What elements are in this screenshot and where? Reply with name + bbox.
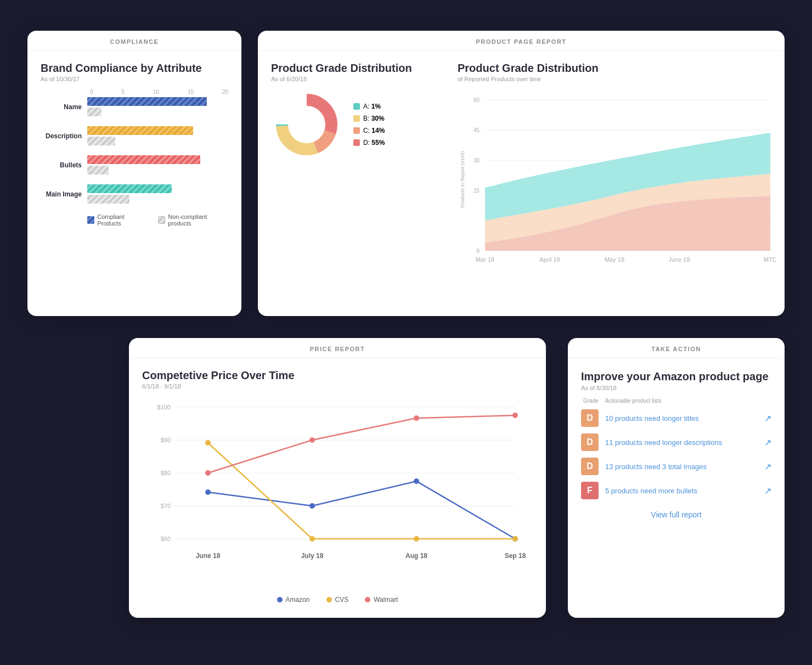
- compliance-header: COMPLIANCE: [27, 31, 241, 51]
- svg-point-41: [414, 415, 419, 421]
- legend-compliant-label: Compliant Products: [97, 213, 147, 227]
- svg-text:MTD: MTD: [764, 256, 776, 263]
- donut-chart: A: 1% B: 30% C: 14% D: 55%: [271, 89, 447, 160]
- legend-b-label: B: 30%: [363, 115, 385, 122]
- action-text-2[interactable]: 13 products need 3 total images: [605, 463, 758, 471]
- svg-text:30: 30: [473, 157, 480, 164]
- svg-text:July 18: July 18: [301, 552, 324, 560]
- bar-row-image: Main Image: [41, 184, 228, 204]
- bar-row-description: Description: [41, 126, 228, 145]
- line-title: Product Grade Distribution: [458, 62, 776, 75]
- donut-svg: [271, 89, 342, 160]
- svg-point-32: [309, 503, 315, 509]
- grade-badge-0: D: [581, 409, 599, 427]
- svg-point-33: [414, 478, 419, 484]
- svg-text:45: 45: [473, 127, 480, 133]
- svg-point-37: [414, 536, 419, 542]
- view-full-report[interactable]: View full report: [581, 510, 771, 519]
- svg-text:April 18: April 18: [539, 256, 560, 263]
- svg-text:$60: $60: [161, 536, 171, 542]
- svg-text:June 18: June 18: [668, 256, 690, 263]
- bar-name-compliant: [87, 97, 207, 106]
- price-report-header: PRICE REPORT: [129, 338, 546, 358]
- svg-text:$70: $70: [161, 503, 171, 509]
- donut-section: Product Grade Distribution As of 6/20/18: [271, 62, 447, 272]
- line-section: Product Grade Distribution of Reported P…: [458, 62, 776, 272]
- price-title: Competetive Price Over Time: [142, 369, 533, 382]
- amazon-label: Amazon: [286, 596, 310, 604]
- walmart-dot: [365, 597, 370, 602]
- svg-text:Sep 18: Sep 18: [505, 552, 526, 560]
- legend-b-color: [353, 115, 360, 122]
- action-arrow-3[interactable]: ↗: [764, 486, 771, 496]
- legend-b: B: 30%: [353, 115, 385, 122]
- action-arrow-2[interactable]: ↗: [764, 461, 771, 472]
- action-text-0[interactable]: 10 products need longer titles: [605, 414, 758, 422]
- legend-c: C: 14%: [353, 127, 385, 134]
- bar-row-bullets: Bullets: [41, 155, 228, 174]
- bar-image-noncompliant: [87, 195, 129, 204]
- compliance-legend: Compliant Products Non-compliant product…: [87, 213, 228, 227]
- legend-noncompliant: Non-compliant products: [158, 213, 228, 227]
- svg-text:Aug 18: Aug 18: [405, 552, 427, 560]
- action-arrow-1[interactable]: ↗: [764, 437, 771, 448]
- bar-bullets-noncompliant: [87, 166, 109, 174]
- legend-a-label: A: 1%: [363, 103, 381, 110]
- action-row-0: D 10 products need longer titles ↗: [581, 409, 771, 427]
- compliance-card: COMPLIANCE Brand Compliance by Attribute…: [27, 31, 241, 316]
- legend-a-color: [353, 103, 360, 110]
- legend-d: D: 55%: [353, 139, 385, 146]
- grade-badge-1: D: [581, 433, 599, 451]
- bar-label-bullets: Bullets: [41, 161, 87, 169]
- bar-label-description: Description: [41, 132, 87, 140]
- price-legend: Amazon CVS Walmart: [142, 596, 533, 604]
- line-subtitle: of Reported Products over time: [458, 76, 776, 82]
- price-line-chart: $100 $90 $80 $70 $60: [142, 396, 526, 588]
- svg-text:15: 15: [473, 188, 480, 194]
- compliance-title: Brand Compliance by Attribute: [41, 62, 228, 75]
- action-text-1[interactable]: 11 products need longer descriptions: [605, 438, 758, 447]
- legend-noncompliant-icon: [158, 216, 165, 224]
- price-subtitle: 6/1/18 - 9/1/18: [142, 383, 533, 390]
- legend-compliant: Compliant Products: [87, 213, 147, 227]
- bar-desc-compliant: [87, 126, 193, 135]
- bar-row-name: Name: [41, 97, 228, 116]
- take-action-header: TAKE ACTION: [568, 338, 785, 358]
- bar-image-compliant: [87, 184, 172, 193]
- grade-badge-2: D: [581, 458, 599, 475]
- compliance-subtitle: As of 10/30/17: [41, 76, 228, 82]
- action-row-3: F 5 products need more bullets ↗: [581, 482, 771, 499]
- bar-label-name: Name: [41, 103, 87, 111]
- legend-c-label: C: 14%: [363, 127, 385, 134]
- price-report-card: PRICE REPORT Competetive Price Over Time…: [129, 338, 546, 618]
- action-subtitle: As of 8/30/18: [581, 385, 771, 391]
- legend-amazon: Amazon: [277, 596, 310, 604]
- legend-cvs: CVS: [326, 596, 349, 604]
- legend-c-color: [353, 127, 360, 134]
- svg-point-40: [309, 437, 315, 443]
- action-title: Improve your Amazon product page: [581, 369, 771, 384]
- legend-noncompliant-label: Non-compliant products: [168, 213, 228, 227]
- legend-a: A: 1%: [353, 103, 385, 110]
- svg-text:June 18: June 18: [196, 552, 221, 560]
- svg-text:May 18: May 18: [605, 256, 624, 263]
- svg-text:60: 60: [473, 97, 480, 103]
- action-text-3[interactable]: 5 products need more bullets: [605, 487, 758, 495]
- svg-text:Products In Report (x100): Products In Report (x100): [460, 151, 465, 207]
- cvs-label: CVS: [335, 596, 349, 604]
- action-arrow-0[interactable]: ↗: [764, 413, 771, 424]
- bar-desc-noncompliant: [87, 137, 115, 145]
- legend-d-color: [353, 139, 360, 146]
- col-grade: Grade: [583, 398, 599, 404]
- legend-d-label: D: 55%: [363, 139, 385, 146]
- cvs-dot: [326, 597, 332, 602]
- svg-point-35: [205, 440, 211, 446]
- svg-text:$100: $100: [157, 404, 171, 410]
- action-row-1: D 11 products need longer descriptions ↗: [581, 433, 771, 451]
- svg-text:$80: $80: [161, 470, 171, 476]
- bar-name-noncompliant: [87, 108, 101, 116]
- bar-axis: 0 5 10 15 20: [90, 89, 228, 95]
- dashboard: COMPLIANCE Brand Compliance by Attribute…: [27, 31, 785, 634]
- svg-point-36: [309, 536, 315, 542]
- donut-title: Product Grade Distribution: [271, 62, 447, 75]
